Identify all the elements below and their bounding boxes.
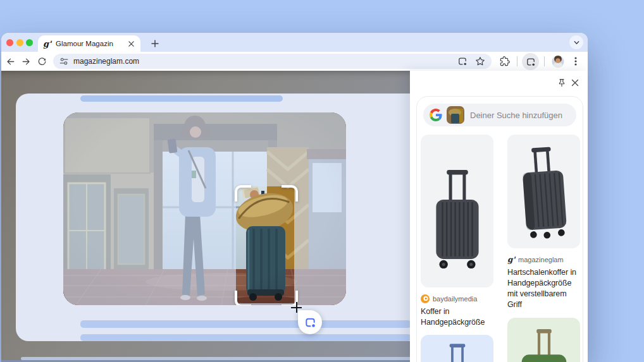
profile-avatar[interactable] bbox=[552, 55, 564, 68]
result-title[interactable]: Koffer in Handgepäckgröße bbox=[421, 306, 493, 328]
tab-close-icon[interactable] bbox=[127, 39, 135, 48]
lens-search-bar[interactable]: Deiner Suche hinzufügen bbox=[423, 104, 576, 126]
baydailymedia-favicon-icon bbox=[421, 294, 430, 303]
lens-address-icon[interactable] bbox=[457, 56, 468, 66]
selection-handle-bottom-left[interactable] bbox=[235, 291, 251, 305]
browser-toolbar: magazineglam.com bbox=[1, 52, 588, 71]
product-image-card[interactable] bbox=[421, 335, 493, 362]
new-tab-button[interactable] bbox=[149, 38, 161, 49]
site-settings-icon[interactable] bbox=[59, 57, 68, 66]
article-photo[interactable] bbox=[63, 112, 346, 305]
marketing-background: g' Glamour Magazin bbox=[0, 0, 644, 362]
suitcase-image bbox=[431, 152, 484, 286]
skeleton-text-bar bbox=[80, 95, 283, 102]
selection-handle-top-right[interactable] bbox=[282, 185, 298, 202]
tab-strip: g' Glamour Magazin bbox=[1, 33, 588, 52]
suitcase-image bbox=[517, 324, 571, 362]
skeleton-text-bar bbox=[80, 320, 410, 328]
lens-dim-overlay bbox=[63, 303, 346, 305]
back-button[interactable] bbox=[4, 55, 16, 68]
browser-tab[interactable]: g' Glamour Magazin bbox=[38, 35, 140, 52]
result-source[interactable]: g' magazineglam bbox=[507, 255, 580, 264]
url-text: magazineglam.com bbox=[73, 57, 457, 66]
window-minimize-button[interactable] bbox=[16, 39, 23, 46]
query-image-thumbnail[interactable] bbox=[447, 106, 464, 124]
browser-window: g' Glamour Magazin bbox=[1, 33, 588, 362]
lens-dim-overlay bbox=[63, 112, 346, 186]
tab-strip-chevron-button[interactable] bbox=[569, 35, 583, 49]
tab-title: Glamour Magazin bbox=[56, 40, 127, 47]
search-placeholder: Deiner Suche hinzufügen bbox=[470, 111, 562, 120]
reload-button[interactable] bbox=[35, 55, 48, 68]
lens-side-panel: Deiner Suche hinzufügen bbox=[410, 71, 588, 362]
google-logo-icon bbox=[430, 109, 442, 121]
crosshair-cursor bbox=[296, 302, 297, 313]
result-title[interactable]: Hartschalenkoffer in Handgepäckgröße mit… bbox=[507, 267, 580, 310]
forward-button[interactable] bbox=[20, 55, 32, 68]
window-maximize-button[interactable] bbox=[26, 39, 33, 46]
menu-kebab-icon[interactable] bbox=[569, 55, 582, 68]
site-favicon-icon: g' bbox=[43, 40, 51, 48]
lens-selection-button[interactable] bbox=[298, 310, 322, 334]
skeleton-text-bar bbox=[80, 334, 410, 341]
lens-dim-overlay bbox=[63, 186, 236, 303]
pin-icon[interactable] bbox=[557, 78, 567, 88]
lens-dim-overlay bbox=[294, 186, 346, 303]
magazineglam-favicon-icon: g' bbox=[507, 256, 515, 263]
product-image-card[interactable] bbox=[421, 135, 493, 287]
toolbar-divider bbox=[517, 56, 517, 66]
bookmark-star-icon[interactable] bbox=[475, 56, 485, 66]
close-icon[interactable] bbox=[570, 78, 580, 88]
selection-handle-top-left[interactable] bbox=[235, 185, 251, 202]
lens-toolbar-button[interactable] bbox=[522, 53, 539, 70]
address-bar[interactable]: magazineglam.com bbox=[53, 54, 492, 69]
lens-results-card: Deiner Suche hinzufügen bbox=[416, 96, 583, 362]
webpage-viewport[interactable] bbox=[1, 71, 410, 362]
product-image-card[interactable] bbox=[507, 135, 580, 248]
result-source[interactable]: baydailymedia bbox=[421, 294, 493, 303]
extensions-icon[interactable] bbox=[498, 55, 511, 68]
suitcase-image bbox=[438, 343, 477, 362]
suitcase-image bbox=[516, 141, 571, 244]
window-close-button[interactable] bbox=[6, 39, 13, 46]
product-image-card[interactable] bbox=[507, 318, 580, 362]
toolbar-divider bbox=[544, 56, 545, 66]
